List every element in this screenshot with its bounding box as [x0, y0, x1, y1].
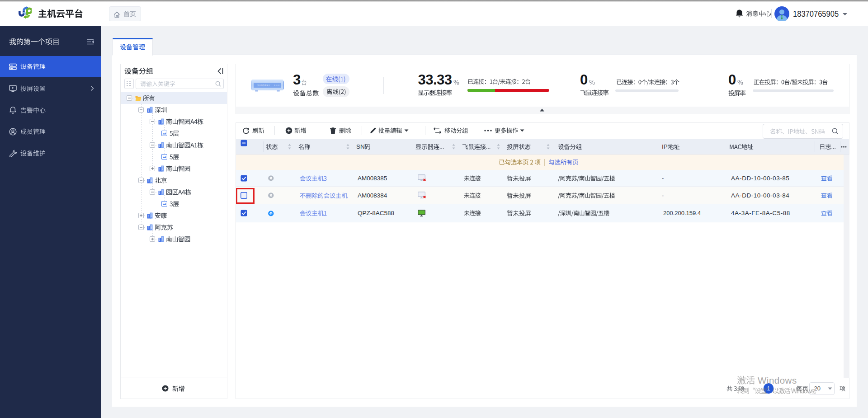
svg-text:SUNDRAY: SUNDRAY — [257, 84, 270, 87]
